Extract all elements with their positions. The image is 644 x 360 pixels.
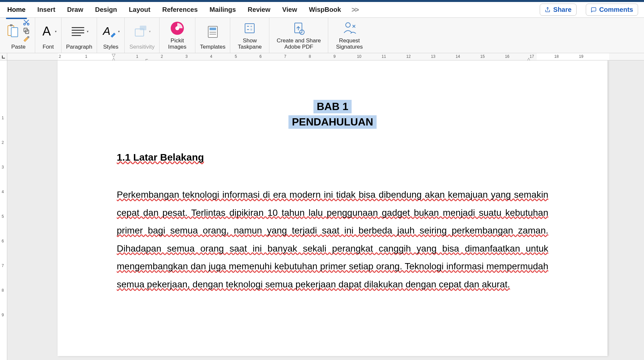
- svg-point-29: [346, 23, 350, 27]
- pickit-button[interactable]: [169, 20, 185, 36]
- adobe-pdf-button[interactable]: [291, 21, 306, 35]
- signatures-button[interactable]: [341, 21, 357, 35]
- tab-references[interactable]: References: [161, 3, 199, 16]
- group-label-adobe: Create and Share Adobe PDF: [274, 37, 323, 50]
- styles-button[interactable]: A ▾: [102, 24, 120, 39]
- group-paragraph: ▾ Paragraph: [62, 18, 97, 53]
- group-label-paste: Paste: [11, 44, 25, 50]
- chevron-down-icon: ▾: [55, 30, 57, 33]
- svg-point-17: [175, 26, 179, 30]
- group-font: A ▾ Font: [35, 18, 62, 53]
- paragraph-button[interactable]: ▾: [70, 26, 88, 37]
- group-label-signatures: Request Signatures: [333, 37, 366, 50]
- group-signatures: Request Signatures: [328, 18, 370, 53]
- copy-icon[interactable]: [23, 27, 30, 34]
- group-adobe: Create and Share Adobe PDF: [269, 18, 328, 53]
- tab-view[interactable]: View: [281, 3, 298, 16]
- taskpane-button[interactable]: +=: [242, 21, 257, 35]
- svg-point-4: [27, 23, 29, 25]
- font-button[interactable]: A ▾: [40, 24, 57, 39]
- ribbon-tabs: Home Insert Draw Design Layout Reference…: [0, 2, 644, 18]
- svg-rect-2: [10, 24, 12, 26]
- svg-text:A: A: [102, 25, 111, 37]
- templates-button[interactable]: [206, 24, 220, 39]
- group-label-font: Font: [42, 44, 54, 50]
- svg-rect-7: [27, 36, 29, 38]
- share-label: Share: [553, 6, 572, 13]
- group-styles: A ▾ Styles: [97, 18, 125, 53]
- chevron-down-icon: ▾: [118, 30, 120, 33]
- share-button[interactable]: Share: [540, 4, 577, 16]
- paste-button[interactable]: [7, 24, 20, 38]
- svg-point-3: [24, 23, 26, 25]
- group-taskpane: += Show Taskpane: [230, 18, 269, 53]
- svg-rect-1: [11, 28, 18, 37]
- tab-layout[interactable]: Layout: [128, 3, 152, 16]
- svg-rect-19: [210, 28, 216, 30]
- sensitivity-button[interactable]: ▾: [133, 24, 151, 39]
- tabs-overflow-icon[interactable]: >>: [352, 6, 358, 14]
- comments-button[interactable]: Comments: [586, 4, 638, 16]
- tab-home[interactable]: Home: [6, 3, 27, 16]
- tab-draw[interactable]: Draw: [66, 3, 85, 16]
- tab-review[interactable]: Review: [246, 3, 272, 16]
- group-label-taskpane: Show Taskpane: [235, 37, 264, 50]
- first-line-indent-marker[interactable]: ▽: [112, 53, 115, 53]
- tab-insert[interactable]: Insert: [36, 3, 57, 16]
- format-painter-icon[interactable]: [22, 36, 30, 43]
- group-label-styles: Styles: [103, 44, 118, 50]
- group-label-paragraph: Paragraph: [66, 44, 92, 50]
- group-sensitivity: ▾ Sensitivity: [125, 18, 160, 53]
- group-label-sensitivity: Sensitivity: [129, 44, 155, 50]
- tab-wispbook[interactable]: WispBook: [308, 3, 342, 16]
- comment-icon: [591, 7, 597, 13]
- group-clipboard: Paste: [2, 18, 35, 53]
- share-icon: [545, 7, 551, 13]
- tab-mailings[interactable]: Mailings: [208, 3, 237, 16]
- comments-label: Comments: [599, 6, 633, 13]
- chevron-down-icon: ▾: [87, 30, 88, 33]
- svg-text:A: A: [42, 24, 51, 38]
- chevron-down-icon: ▾: [149, 30, 151, 33]
- group-label-templates: Templates: [200, 44, 225, 50]
- group-label-pickit: Pickit Images: [164, 37, 190, 50]
- svg-rect-15: [140, 26, 146, 30]
- group-pickit: Pickit Images: [160, 18, 195, 53]
- ribbon: Paste A ▾ Font ▾ Paragraph A ▾ Styles: [0, 18, 644, 53]
- cut-icon[interactable]: [23, 19, 30, 26]
- group-templates: Templates: [195, 18, 230, 53]
- svg-text:=: =: [250, 28, 252, 32]
- svg-rect-22: [245, 24, 254, 33]
- tab-design[interactable]: Design: [94, 3, 118, 16]
